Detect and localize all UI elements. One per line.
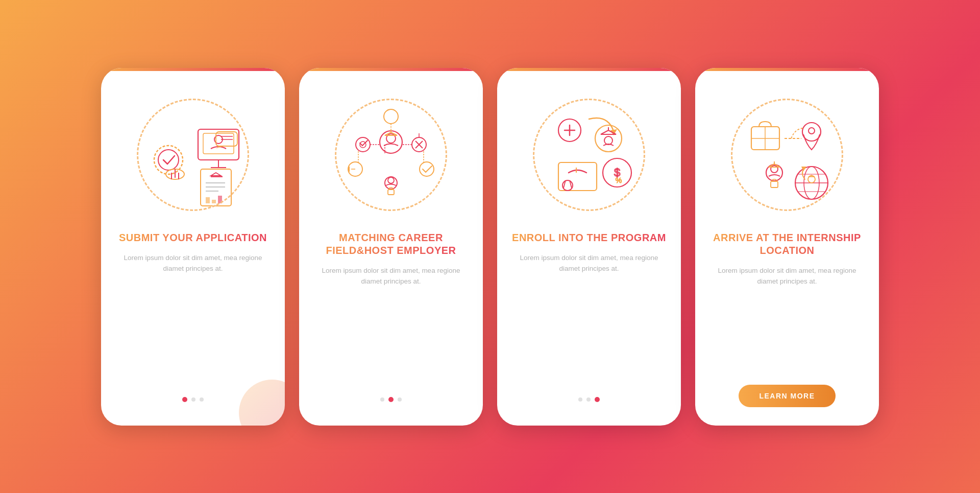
- card-4-title: ARRIVE AT THE INTERNSHIP LOCATION: [709, 231, 865, 257]
- card-3-title: ENROLL INTO THE PROGRAM: [512, 231, 666, 244]
- card-3-dots: [578, 397, 600, 402]
- dot-1-2: [191, 397, 195, 402]
- card-4-body: Lorem ipsum dolor sit dim amet, mea regi…: [709, 265, 865, 379]
- cards-container: SUBMIT YOUR APPLICATION Lorem ipsum dolo…: [81, 48, 899, 446]
- dot-3-active: [595, 397, 600, 402]
- dot-1-active: [182, 397, 187, 402]
- dot-2-3: [398, 397, 402, 402]
- dashed-circle-1: [137, 99, 249, 211]
- card-2-title: MATCHING CAREER FIELD&HOST EMPLOYER: [313, 231, 469, 257]
- card-submit-application: SUBMIT YOUR APPLICATION Lorem ipsum dolo…: [101, 68, 285, 426]
- card-3-illustration: $ %: [518, 83, 660, 226]
- card-4-illustration: [716, 83, 859, 226]
- card-1-illustration: [121, 83, 264, 226]
- card-1-title: SUBMIT YOUR APPLICATION: [119, 231, 267, 244]
- card-3-body: Lorem ipsum dolor sit dim amet, mea regi…: [511, 252, 667, 397]
- dashed-circle-4: [731, 99, 843, 211]
- card-2-dots: [380, 397, 402, 402]
- card-2-illustration: [320, 83, 462, 226]
- card-arrive-internship: ARRIVE AT THE INTERNSHIP LOCATION Lorem …: [695, 68, 879, 426]
- dashed-circle-2: [335, 99, 447, 211]
- dashed-circle-3: [533, 99, 645, 211]
- card-1-dots: [182, 397, 204, 402]
- learn-more-button[interactable]: LEARN MORE: [739, 385, 835, 407]
- card-1-body: Lorem ipsum dolor sit dim amet, mea regi…: [115, 252, 271, 397]
- card-2-body: Lorem ipsum dolor sit dim amet, mea regi…: [313, 265, 469, 397]
- dot-3-1: [578, 397, 582, 402]
- card-matching-career: MATCHING CAREER FIELD&HOST EMPLOYER Lore…: [299, 68, 483, 426]
- dot-2-active: [388, 397, 394, 402]
- dot-2-1: [380, 397, 384, 402]
- dot-1-3: [200, 397, 204, 402]
- card-enroll-program: $ % ENROLL INTO THE PROGRAM Lorem ipsum …: [497, 68, 681, 426]
- dot-3-2: [586, 397, 591, 402]
